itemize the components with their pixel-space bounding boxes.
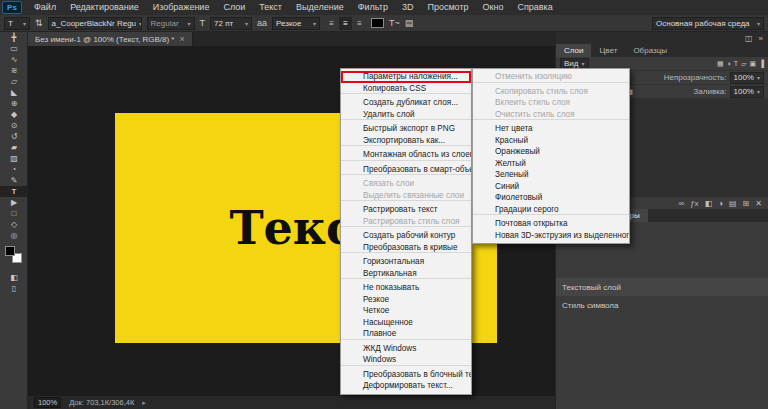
menubar-item[interactable]: Выделение — [289, 0, 351, 15]
menubar-item[interactable]: Слои — [216, 0, 252, 15]
menubar-item[interactable]: Текст — [252, 0, 289, 15]
context-menu-item[interactable]: Резкое — [341, 294, 471, 306]
text-color-swatch[interactable] — [371, 18, 384, 28]
brush-tool[interactable]: ◆ — [0, 109, 28, 120]
layer-mask-icon[interactable]: ◧ — [705, 199, 713, 208]
font-style-select[interactable]: Regular ▾ — [147, 17, 195, 30]
layer-group-icon[interactable]: ▤ — [729, 199, 737, 208]
context-menu-item[interactable]: Растрировать стиль слоя — [341, 216, 471, 228]
context-menu-item[interactable]: Фиолетовый — [473, 192, 629, 204]
panel-row[interactable]: Текстовый слой — [556, 278, 768, 296]
menubar-item[interactable]: Редактирование — [63, 0, 146, 15]
context-menu-item[interactable]: Создать рабочий контур — [341, 230, 471, 242]
menubar-item[interactable]: Изображение — [146, 0, 217, 15]
gradient-tool[interactable]: ▨ — [0, 153, 28, 164]
align-center-icon[interactable]: ≡ — [339, 17, 352, 30]
context-menu-item[interactable]: Оранжевый — [473, 146, 629, 158]
context-menu-item[interactable]: Выделить связанные слои — [341, 190, 471, 202]
zoom-level-field[interactable]: 100% — [34, 397, 61, 408]
context-menu-item[interactable]: Преобразовать в блочный текст — [341, 369, 471, 381]
text-orientation-icon[interactable]: ⇅ — [35, 18, 43, 28]
type-tool[interactable]: T — [0, 186, 28, 197]
link-layers-icon[interactable]: ∞ — [678, 199, 684, 208]
context-menu-item[interactable]: Плавное — [341, 328, 471, 340]
menubar-item[interactable]: Справка — [510, 0, 559, 15]
context-menu-item[interactable]: Красный — [473, 135, 629, 147]
context-menu-item[interactable]: Отменить изоляцию — [473, 71, 629, 83]
context-menu-item[interactable]: Градации серого — [473, 204, 629, 216]
context-menu-item[interactable]: Синий — [473, 181, 629, 193]
panel-row[interactable]: Стиль символа — [556, 296, 768, 314]
filter-smart-object-icon[interactable]: ▣ — [749, 60, 756, 68]
healing-brush-tool[interactable]: ⊕ — [0, 98, 28, 109]
shape-tool[interactable]: □ — [0, 208, 28, 219]
collapse-panels-icon[interactable]: » — [759, 34, 763, 43]
lasso-tool[interactable]: ∿ — [0, 54, 28, 65]
font-size-select[interactable]: 72 пт ▾ — [210, 17, 252, 30]
delete-layer-icon[interactable]: ✕ — [755, 199, 762, 208]
eraser-tool[interactable]: ▰ — [0, 142, 28, 153]
dock-grid-icon[interactable]: ◫ — [745, 34, 753, 43]
context-menu-item[interactable]: Скопировать стиль слоя — [473, 86, 629, 98]
crop-tool[interactable]: ▱ — [0, 76, 28, 87]
path-selection-tool[interactable]: ▶ — [0, 197, 28, 208]
layer-effects-icon[interactable]: ƒx — [690, 199, 698, 208]
context-menu-item[interactable]: ЖКД Windows — [341, 343, 471, 355]
align-right-icon[interactable]: ≡ — [353, 17, 366, 30]
quick-mask-icon[interactable]: ◧ — [0, 272, 28, 283]
context-menu-item[interactable]: Копировать CSS — [341, 83, 471, 95]
menubar-item[interactable]: Окно — [476, 0, 511, 15]
context-menu-item[interactable]: Быстрый экспорт в PNG — [341, 123, 471, 135]
warp-text-icon[interactable]: T~ — [389, 18, 400, 28]
align-left-icon[interactable]: ≡ — [325, 17, 338, 30]
context-menu-item[interactable]: Преобразовать в кривые — [341, 242, 471, 254]
filter-adjustment-icon[interactable]: ◑ — [727, 60, 731, 67]
pen-tool[interactable]: ✎ — [0, 175, 28, 186]
panel-tab[interactable]: Цвет — [591, 44, 625, 57]
workspace-select[interactable]: Основная рабочая среда ▾ — [652, 17, 764, 30]
context-menu-item[interactable]: Связать слои — [341, 178, 471, 190]
panel-tab[interactable]: Слои — [556, 44, 591, 57]
font-family-select[interactable]: a_CooperBlackNr Regu ▾ — [48, 17, 142, 30]
context-menu-item[interactable]: Растрировать текст — [341, 204, 471, 216]
context-menu-item[interactable]: Очистить стиль слоя — [473, 109, 629, 121]
context-menu-item[interactable]: Создать дубликат слоя... — [341, 97, 471, 109]
screen-mode-icon[interactable]: ▯ — [0, 283, 28, 294]
opacity-field[interactable]: 100% ▾ — [730, 72, 764, 84]
context-menu-item[interactable]: Почтовая открытка — [473, 218, 629, 230]
clone-stamp-tool[interactable]: ⊙ — [0, 120, 28, 131]
context-menu-item[interactable]: Горизонтальная — [341, 256, 471, 268]
filter-shape-icon[interactable]: ▱ — [741, 60, 746, 68]
context-menu-item[interactable]: Деформировать текст... — [341, 380, 471, 392]
context-menu-item[interactable]: Четкое — [341, 305, 471, 317]
filter-type-icon[interactable]: T — [734, 60, 738, 67]
move-tool[interactable]: ╋ — [0, 32, 28, 43]
foreground-color-swatch[interactable] — [5, 246, 15, 256]
menubar-item[interactable]: Файл — [27, 0, 63, 15]
filter-pixel-icon[interactable]: ▦ — [717, 60, 724, 68]
context-menu-item[interactable]: Насыщенное — [341, 317, 471, 329]
menubar-item[interactable]: 3D — [395, 0, 421, 15]
blur-tool[interactable]: ◔ — [0, 164, 28, 175]
close-tab-icon[interactable]: × — [179, 34, 184, 44]
context-menu-item[interactable]: Удалить слой — [341, 109, 471, 121]
filter-toggle-icon[interactable]: ▐ — [759, 60, 764, 67]
context-menu-item[interactable]: Windows — [341, 354, 471, 366]
context-menu-item[interactable]: Преобразовать в смарт-объект — [341, 164, 471, 176]
context-menu-item[interactable]: Новая 3D-экструзия из выделенного слоя — [473, 230, 629, 242]
panel-tab[interactable]: Образцы — [625, 44, 675, 57]
context-menu-item[interactable]: Вклеить стиль слоя — [473, 97, 629, 109]
context-menu-item[interactable]: Параметры наложения... — [341, 71, 471, 83]
toggle-panels-icon[interactable]: ▤ — [405, 18, 414, 28]
quick-selection-tool[interactable]: ≋ — [0, 65, 28, 76]
context-menu-item[interactable]: Экспортировать как... — [341, 135, 471, 147]
marquee-tool[interactable]: ▭ — [0, 43, 28, 54]
context-menu-item[interactable]: Не показывать — [341, 282, 471, 294]
fill-field[interactable]: 100% ▾ — [730, 86, 764, 98]
context-menu-item[interactable]: Нет цвета — [473, 123, 629, 135]
tool-preset-picker[interactable]: T ▾ — [4, 17, 30, 30]
context-menu-item[interactable]: Зеленый — [473, 169, 629, 181]
hand-tool[interactable]: ◇ — [0, 219, 28, 230]
history-brush-tool[interactable]: ↺ — [0, 131, 28, 142]
context-menu-item[interactable]: Желтый — [473, 158, 629, 170]
